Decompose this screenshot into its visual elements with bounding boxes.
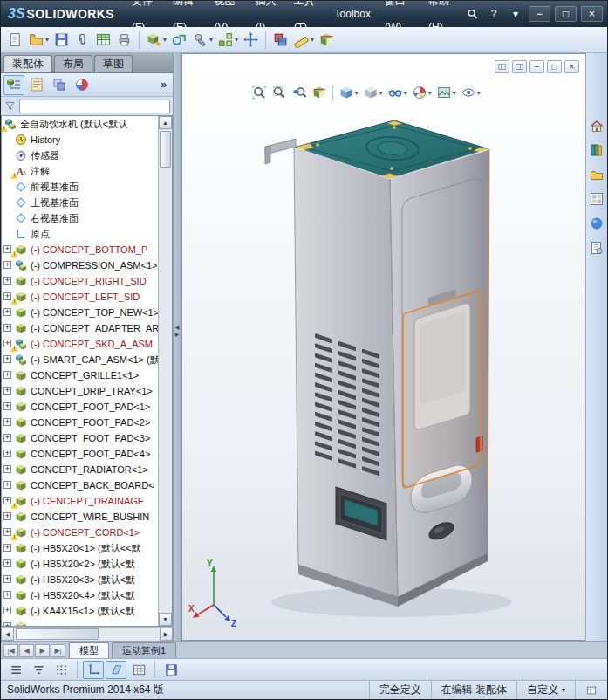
tree-item[interactable]: +CONCEPT_WIRE_BUSHIN [2,509,158,525]
file-explorer-button[interactable] [588,165,606,183]
expander-icon[interactable]: + [3,622,11,626]
tree-item[interactable]: +!(-) CONCEPT_SKD_A_ASM [2,336,158,352]
expander-icon[interactable]: + [3,277,11,285]
tree-item[interactable]: +CONCEPT_FOOT_PAD<3> [2,430,158,446]
custom-properties-button[interactable] [588,238,606,257]
expander-icon[interactable]: + [3,371,11,379]
expander-icon[interactable]: + [3,402,11,410]
tree-item[interactable]: +CONCEPT_RADIATOR<1> [2,462,158,477]
displaymanager-tab[interactable] [72,75,92,95]
options-dropdown-icon[interactable]: ▾ [507,6,524,22]
tab-运动算例1[interactable]: 运动算例1 [112,642,176,658]
previous-view-button[interactable] [290,83,309,102]
view-settings-button[interactable]: ▾ [459,83,482,102]
minimize-button[interactable]: − [529,6,550,22]
expander-icon[interactable]: + [3,465,11,473]
expander-icon[interactable]: + [3,481,11,489]
tree-item[interactable]: History [2,132,158,148]
tree-item[interactable]: +(-) HB5X20<3> (默认<默 [2,572,158,587]
expander-icon[interactable]: + [3,497,11,504]
save-button[interactable] [51,29,72,51]
open-button[interactable]: ▾ [26,29,51,51]
filter-funnel-icon[interactable] [3,100,17,113]
tab-布局[interactable]: 布局 [54,55,92,72]
tree-item[interactable]: +(-) HB5X20<4> (默认<默 [2,587,158,603]
doc-minimize-button[interactable]: − [529,60,544,73]
scroll-thumb-h[interactable] [16,628,99,640]
featuremanager-tab[interactable] [3,75,24,95]
tree-item[interactable]: +!(-) CONCEPT_BOTTOM_P [2,242,158,257]
tab-草图[interactable]: 草图 [94,55,133,72]
expander-icon[interactable]: + [3,450,11,457]
measure-button[interactable]: ▾ [291,29,316,51]
section-view-button[interactable] [317,29,337,51]
expander-icon[interactable]: + [3,261,11,269]
search-icon[interactable] [463,6,481,22]
design-library-button[interactable] [588,141,606,159]
interference-button[interactable] [270,29,290,51]
configurationmanager-tab[interactable] [49,75,70,95]
expander-icon[interactable]: + [3,292,11,300]
tree-item[interactable]: 上视基准面 [2,195,158,210]
expander-icon[interactable]: + [3,528,11,536]
tree-item[interactable]: 右视基准面 [2,210,158,226]
tree-item[interactable]: +(-) HB5X20<2> (默认<默 [2,556,158,572]
close-button[interactable]: × [581,6,603,22]
help-button[interactable]: ? [485,6,502,22]
restore-button[interactable]: □ [555,6,577,22]
expander-icon[interactable]: + [3,512,11,520]
tree-item[interactable]: +CONCEPT_GRILLE1<1> [2,367,158,383]
tree-item[interactable]: +CONCEPT_FOOT_PAD<4> [2,446,158,462]
new-document-button[interactable] [5,29,25,51]
tree-item[interactable]: 传感器 [2,148,158,163]
tree-item[interactable]: +CONCEPT_FOOT_PAD<2> [2,415,158,430]
expander-icon[interactable]: + [3,434,11,442]
expander-icon[interactable]: + [3,387,11,395]
tree-item[interactable]: +(-) HB5X20<1> (默认<<默 [2,540,158,556]
statusbar-tag-icon[interactable] [575,681,607,699]
tree-vertical-scrollbar[interactable]: ▲ ▼ [158,116,172,626]
splitter-grip-icon[interactable]: ◀▶ [174,324,181,338]
filter-lines-button[interactable] [28,661,49,679]
tree-item[interactable]: +(-) CONCEPT_RIGHT_SID [2,273,158,289]
tree-item[interactable]: +CONCEPT_DRIP_TRAY<1> [2,383,158,399]
tab-last-button[interactable]: ▶| [51,644,65,657]
model-water-dispenser[interactable] [182,54,588,643]
appearances-scenes-button[interactable] [588,214,606,232]
tree-item[interactable]: +!(-) CONCEPT_LEFT_SID [2,289,158,305]
pane-split-right-icon[interactable] [512,60,527,73]
tab-prev-button[interactable]: ◀ [19,644,34,657]
zoom-area-button[interactable] [270,83,289,102]
smart-fasteners-button[interactable]: ▾ [190,29,215,51]
linear-pattern-button[interactable]: ▾ [215,29,240,51]
save-blue-button[interactable] [161,661,181,679]
expander-icon[interactable]: + [3,559,11,567]
scroll-thumb[interactable] [160,131,171,168]
edit-appearance-button[interactable]: ▾ [410,83,434,102]
statusbar-units-dropdown[interactable]: 自定义▾ [516,681,575,699]
mate-button[interactable] [169,29,189,51]
menu-item-5[interactable]: Toolbox [328,1,378,27]
scroll-up-icon[interactable]: ▲ [159,116,172,129]
tab-first-button[interactable]: |◀ [3,644,18,657]
apply-scene-button[interactable]: ▾ [434,83,458,102]
view-orientation-button[interactable]: ▾ [337,83,360,102]
tree-item[interactable]: +!(-) CONCEPT_CORD<1> [2,525,158,540]
graphics-viewport[interactable]: − □ × ▾▾▾▾▾▾ Y X Z [181,53,587,641]
expander-icon[interactable]: + [3,324,11,332]
expander-icon[interactable]: + [3,418,11,426]
expander-icon[interactable]: + [3,355,11,363]
expander-icon[interactable]: + [3,245,11,253]
propertymanager-tab[interactable] [26,75,47,95]
print-button[interactable] [114,29,134,51]
tree-item[interactable]: +(-) SMART_CAP_ASM<1> (默 [2,352,158,367]
model-handle[interactable] [265,139,296,164]
tree-item[interactable]: +(-) CONCEPT_ADAPTER_ARO [2,320,158,336]
tree-item[interactable]: A!注解 [2,163,158,179]
scroll-right-icon[interactable]: ▶ [160,628,173,641]
expander-icon[interactable]: + [3,308,11,316]
scroll-left-icon[interactable]: ◀ [1,628,14,641]
filter-input[interactable] [19,100,170,113]
move-component-button[interactable] [241,29,261,51]
expander-icon[interactable]: + [3,591,11,599]
